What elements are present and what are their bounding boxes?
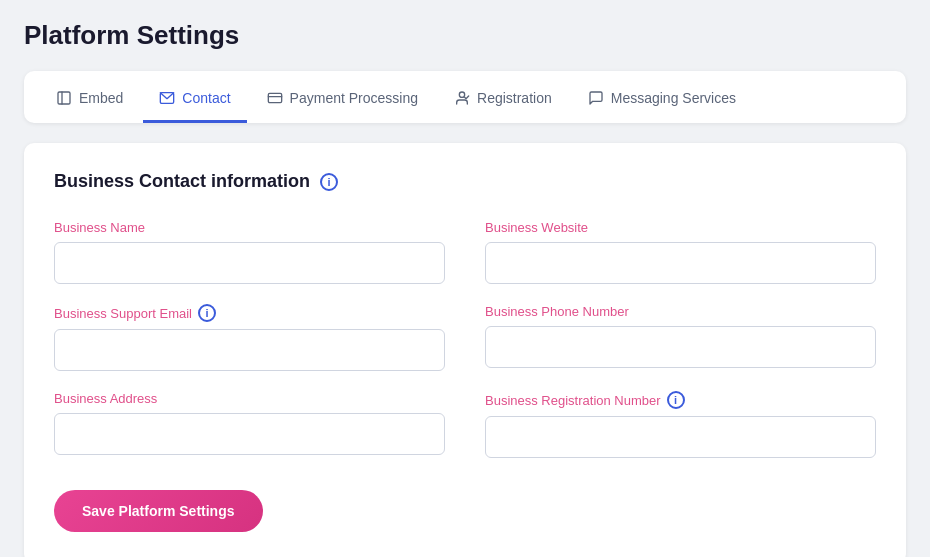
tabs-container: Embed Contact Payment Processing — [24, 71, 906, 123]
label-business-website: Business Website — [485, 220, 876, 235]
input-business-name[interactable] — [54, 242, 445, 284]
input-business-registration[interactable] — [485, 416, 876, 458]
email-info-icon[interactable]: i — [198, 304, 216, 322]
svg-rect-0 — [58, 92, 70, 104]
registration-icon — [454, 89, 470, 106]
input-business-support-email[interactable] — [54, 329, 445, 371]
field-business-phone: Business Phone Number — [485, 304, 876, 371]
svg-rect-3 — [268, 93, 281, 102]
tab-payment-label: Payment Processing — [290, 90, 418, 106]
form-card: Business Contact information i Business … — [24, 143, 906, 557]
field-business-support-email: Business Support Email i — [54, 304, 445, 371]
field-business-registration: Business Registration Number i — [485, 391, 876, 458]
registration-info-icon[interactable]: i — [667, 391, 685, 409]
messaging-icon — [588, 89, 604, 106]
section-title: Business Contact information i — [54, 171, 876, 192]
tab-messaging[interactable]: Messaging Services — [572, 71, 752, 123]
label-business-phone: Business Phone Number — [485, 304, 876, 319]
input-business-website[interactable] — [485, 242, 876, 284]
label-business-name: Business Name — [54, 220, 445, 235]
tab-registration-label: Registration — [477, 90, 552, 106]
input-business-phone[interactable] — [485, 326, 876, 368]
field-business-website: Business Website — [485, 220, 876, 284]
tab-messaging-label: Messaging Services — [611, 90, 736, 106]
section-title-text: Business Contact information — [54, 171, 310, 192]
label-business-address: Business Address — [54, 391, 445, 406]
label-business-support-email: Business Support Email i — [54, 304, 445, 322]
form-grid: Business Name Business Website Business … — [54, 220, 876, 458]
tab-embed[interactable]: Embed — [40, 71, 139, 123]
save-platform-settings-button[interactable]: Save Platform Settings — [54, 490, 263, 532]
tab-registration[interactable]: Registration — [438, 71, 568, 123]
payment-icon — [267, 89, 283, 106]
tab-nav: Embed Contact Payment Processing — [40, 71, 890, 123]
svg-point-5 — [459, 92, 464, 97]
tab-contact[interactable]: Contact — [143, 71, 246, 123]
input-business-address[interactable] — [54, 413, 445, 455]
page-title: Platform Settings — [24, 20, 906, 51]
tab-contact-label: Contact — [182, 90, 230, 106]
field-business-address: Business Address — [54, 391, 445, 458]
field-business-name: Business Name — [54, 220, 445, 284]
label-business-registration: Business Registration Number i — [485, 391, 876, 409]
contact-icon — [159, 89, 175, 106]
embed-icon — [56, 89, 72, 106]
tab-payment[interactable]: Payment Processing — [251, 71, 434, 123]
tab-embed-label: Embed — [79, 90, 123, 106]
section-info-icon[interactable]: i — [320, 173, 338, 191]
